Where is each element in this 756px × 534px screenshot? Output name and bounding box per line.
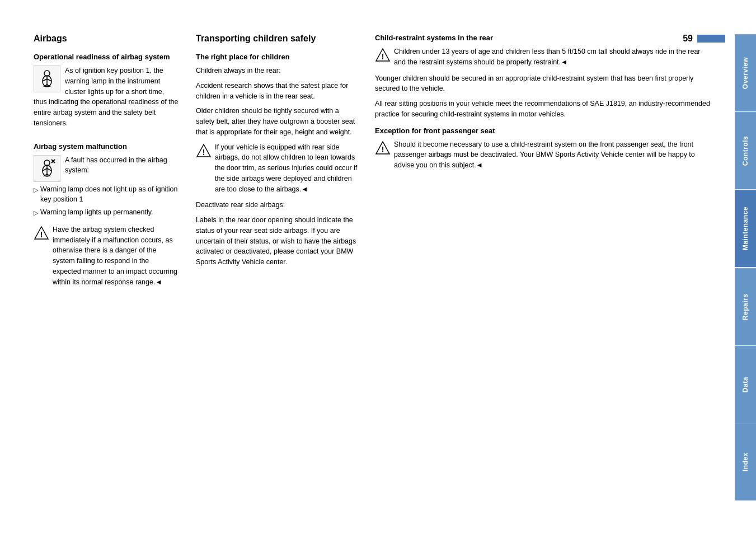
airbag-malfunction-title: Airbag system malfunction <box>34 142 179 151</box>
airbag-malfunction-content: A fault has occurred in the airbag syste… <box>34 155 179 184</box>
page-container: 59 Airbags Operational readiness of airb… <box>0 0 756 534</box>
sae-j1819-para: All rear sitting positions in your vehic… <box>375 99 712 120</box>
exception-front-warning-content: ! Should it become necessary to use a ch… <box>375 139 712 171</box>
sidebar-tab-data[interactable]: Data <box>735 345 756 423</box>
sidebar-tab-index[interactable]: Index <box>735 423 756 500</box>
child-restraint-title: Child-restraint systems in the rear <box>375 34 712 42</box>
airbag-malfunction-section: Airbag system malfunction <box>34 142 179 218</box>
sidebar: Overview Controls Maintenance Repairs Da… <box>735 34 756 500</box>
svg-text:!: ! <box>382 52 384 61</box>
bullet-text-2: Warning lamp lights up permanently. <box>40 207 153 218</box>
airbag-malfunction-warning-content: ! Have the airbag system checked immedia… <box>34 224 179 288</box>
exception-front-warning-text: Should it become necessary to use a chil… <box>394 139 712 171</box>
svg-text:!: ! <box>203 148 205 157</box>
airbag-fault-icon <box>34 155 60 182</box>
child-restraint-warning-content: ! Children under 13 years of age and chi… <box>375 46 712 68</box>
svg-text:!: ! <box>40 230 43 239</box>
airbag-ok-svg <box>37 69 57 89</box>
bullet-1: ▷ Warning lamp does not light up as of i… <box>34 184 179 205</box>
svg-text:!: ! <box>382 145 384 154</box>
younger-children-para: Younger children should be secured in an… <box>375 73 712 95</box>
sidebar-tab-repairs[interactable]: Repairs <box>735 268 756 345</box>
bullet-text-1: Warning lamp does not light up as of ign… <box>40 184 179 205</box>
exception-front-warning-icon: ! <box>375 140 391 157</box>
airbag-malfunction-warning-text: Have the airbag system checked immediate… <box>53 224 179 288</box>
accident-research-para: Accident research shows that the safest … <box>196 81 358 102</box>
page-bar <box>697 35 725 43</box>
airbag-ok-icon <box>34 65 60 92</box>
middle-column: Transporting children safely The right p… <box>196 34 375 500</box>
page-number-area: 59 <box>683 34 725 44</box>
deactivate-label: Deactivate rear side airbags: <box>196 200 358 210</box>
deactivate-body: Labels in the rear door opening should i… <box>196 215 358 268</box>
exception-front-warning: ! Should it become necessary to use a ch… <box>375 139 712 171</box>
sidebar-tab-maintenance[interactable]: Maintenance <box>735 189 756 267</box>
rear-airbag-warning-icon: ! <box>196 143 212 160</box>
right-place-title: The right place for children <box>196 53 358 61</box>
rear-airbag-warning-text: If your vehicle is equipped with rear si… <box>215 142 358 195</box>
page-number: 59 <box>683 34 693 44</box>
child-restraint-warning-svg: ! <box>375 48 391 62</box>
exception-front-warning-svg: ! <box>375 140 391 155</box>
warning-triangle-icon: ! <box>34 226 49 242</box>
child-restraint-warning-icon: ! <box>375 48 391 64</box>
left-column: Airbags Operational readiness of airbag … <box>34 34 196 500</box>
operational-readiness-section: Operational readiness of airbag system <box>34 53 179 133</box>
sidebar-tab-controls[interactable]: Controls <box>735 111 756 189</box>
child-restraint-warning: ! Children under 13 years of age and chi… <box>375 46 712 68</box>
exception-front-title: Exception for front passenger seat <box>375 127 712 135</box>
left-section-title: Airbags <box>34 34 179 44</box>
sidebar-tab-overview[interactable]: Overview <box>735 34 756 111</box>
rear-airbag-warning-content: ! If your vehicle is equipped with rear … <box>196 142 358 195</box>
children-in-rear-intro: Children always in the rear: <box>196 65 358 76</box>
warning-triangle-svg: ! <box>34 226 49 240</box>
airbag-malfunction-warning: ! Have the airbag system checked immedia… <box>34 224 179 288</box>
bullet-arrow-1: ▷ <box>34 185 38 195</box>
older-children-para: Older children should be tightly secured… <box>196 106 358 137</box>
operational-readiness-content: As of ignition key position 1, the warni… <box>34 65 179 133</box>
right-column: Child-restraint systems in the rear ! Ch… <box>375 34 724 500</box>
bullet-2: ▷ Warning lamp lights up permanently. <box>34 207 179 218</box>
child-restraint-warning-text: Children under 13 years of age and child… <box>394 46 712 68</box>
rear-airbag-warning-svg: ! <box>196 143 212 158</box>
main-content: Airbags Operational readiness of airbag … <box>34 34 735 500</box>
rear-airbag-warning: ! If your vehicle is equipped with rear … <box>196 142 358 195</box>
operational-readiness-title: Operational readiness of airbag system <box>34 53 179 61</box>
bullet-arrow-2: ▷ <box>34 208 38 218</box>
airbag-fault-svg <box>37 158 57 179</box>
middle-section-title: Transporting children safely <box>196 34 358 44</box>
